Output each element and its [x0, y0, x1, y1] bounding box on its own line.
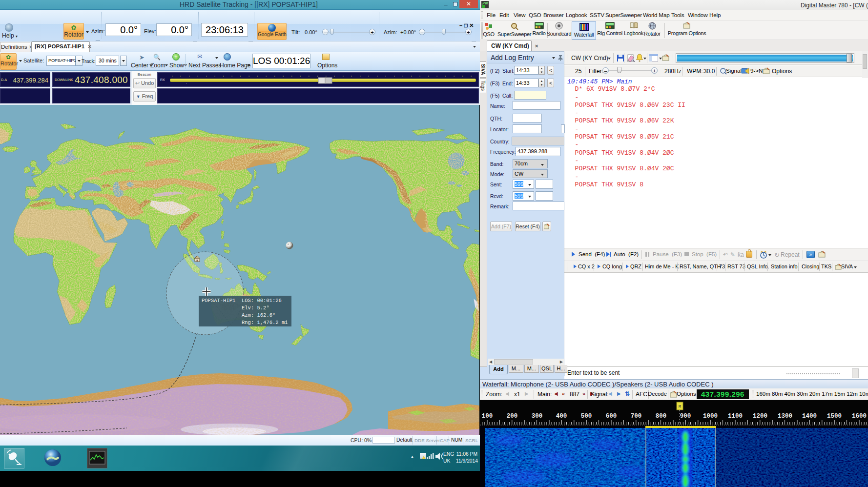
svg-text:900: 900 — [680, 413, 691, 420]
svg-text:600: 600 — [606, 413, 617, 420]
svg-text:500: 500 — [581, 413, 592, 420]
svg-text:1000: 1000 — [703, 413, 718, 420]
svg-text:M: M — [679, 405, 681, 409]
svg-text:1200: 1200 — [753, 413, 767, 420]
svg-text:Azm: 162.6°: Azm: 162.6° — [242, 312, 275, 318]
svg-text:800: 800 — [656, 413, 667, 420]
svg-text:1100: 1100 — [728, 413, 743, 420]
svg-text:400: 400 — [556, 413, 567, 420]
svg-text:100: 100 — [482, 413, 493, 420]
svg-text:1400: 1400 — [802, 413, 817, 420]
svg-text:300: 300 — [532, 413, 543, 420]
svg-text:POPSAT-HIP1 LOS: 00:01:26: POPSAT-HIP1 LOS: 00:01:26 — [202, 298, 282, 304]
svg-text:Rng: 1,476.2 mi: Rng: 1,476.2 mi — [242, 320, 288, 325]
svg-text:1300: 1300 — [778, 413, 792, 420]
svg-text:1500: 1500 — [827, 413, 842, 420]
svg-text:Elv: 5.2°: Elv: 5.2° — [242, 305, 269, 311]
svg-text:700: 700 — [631, 413, 642, 420]
svg-text:200: 200 — [507, 413, 518, 420]
svg-text:1600: 1600 — [852, 413, 867, 420]
